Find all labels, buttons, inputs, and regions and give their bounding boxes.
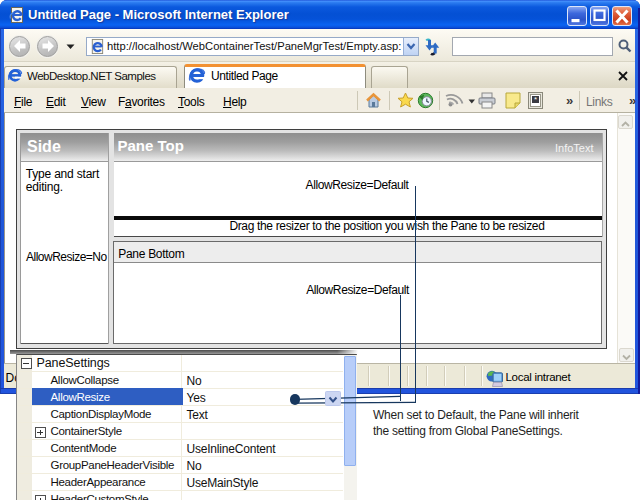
svg-text:*: *	[534, 95, 537, 104]
